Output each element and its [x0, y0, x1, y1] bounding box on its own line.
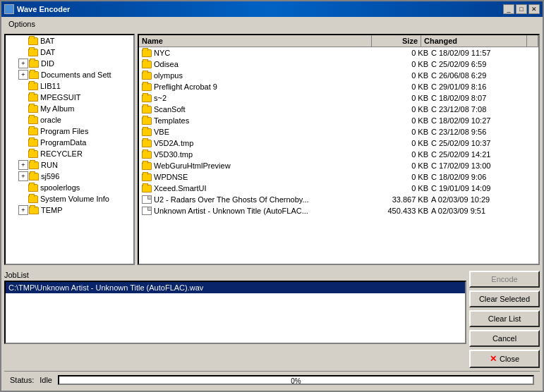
tree-item-did[interactable]: +DID [6, 58, 133, 69]
file-list-panel: Name Size Changed NYC0 KBC 18/02/09 11:5… [138, 34, 540, 265]
menu-options[interactable]: Options [4, 19, 40, 29]
file-row[interactable]: V5D30.tmp0 KBC 25/02/09 14:21 [139, 149, 538, 160]
maximize-button[interactable]: □ [516, 4, 527, 14]
expand-icon[interactable]: + [18, 70, 28, 80]
folder-icon [142, 117, 152, 125]
main-window: Wave Encoder _ □ ✕ Options BATDAT+DID+Do… [0, 0, 544, 392]
file-changed: C 18/02/09 9:06 [431, 173, 537, 181]
folder-icon [28, 82, 38, 90]
file-changed: C 23/12/08 7:08 [431, 105, 537, 114]
encode-button[interactable]: Encode [469, 271, 540, 288]
folder-icon [142, 49, 152, 57]
folder-icon [29, 71, 39, 79]
file-row[interactable]: NYC0 KBC 18/02/09 11:57 [139, 47, 538, 59]
folder-icon [142, 94, 152, 102]
tree-item-bat[interactable]: BAT [6, 35, 133, 47]
file-name: WebGuruHtmlPreview [154, 161, 382, 170]
file-size: 450.433 KB [382, 207, 431, 215]
file-scroll-area[interactable]: NYC0 KBC 18/02/09 11:57Odisea0 KBC 25/02… [139, 47, 538, 264]
joblist-item[interactable]: C:\TMP\Unknown Artist - Unknown Title (A… [6, 282, 465, 293]
joblist-panel: JobList C:\TMP\Unknown Artist - Unknown … [4, 271, 466, 368]
expand-icon[interactable]: + [18, 160, 28, 170]
header-name[interactable]: Name [139, 35, 372, 47]
folder-icon [142, 106, 152, 114]
file-icon [142, 207, 152, 215]
tree-item-dat[interactable]: DAT [6, 47, 133, 58]
tree-item-programdata[interactable]: ProgramData [6, 137, 133, 148]
tree-item-lib11[interactable]: LIB11 [6, 80, 133, 92]
file-size: 0 KB [382, 71, 431, 80]
tree-item-myalbum[interactable]: My Album [6, 103, 133, 114]
file-row[interactable]: Odisea0 KBC 25/02/09 6:59 [139, 59, 538, 70]
clear-list-button[interactable]: Clear List [469, 310, 540, 327]
tree-item-sj596[interactable]: +sj596 [6, 171, 133, 182]
file-row[interactable]: U2 - Radars Over The Ghosts Of Chernoby.… [139, 194, 538, 205]
file-row[interactable]: VBE0 KBC 23/12/08 9:56 [139, 126, 538, 137]
minimize-button[interactable]: _ [503, 4, 514, 14]
file-name: V5D30.tmp [154, 150, 382, 159]
expand-icon[interactable]: + [18, 59, 28, 68]
tree-item-recycler[interactable]: RECYCLER [6, 148, 133, 159]
status-bar: Status: Idle 0% [4, 371, 540, 388]
tree-item-temp[interactable]: +TEMP [6, 204, 133, 216]
file-changed: C 17/02/09 13:00 [431, 161, 537, 170]
file-size: 0 KB [382, 173, 431, 181]
clear-selected-button[interactable]: Clear Selected [469, 290, 540, 307]
folder-icon [28, 37, 38, 45]
tree-item-spoolerlogs[interactable]: spoolerlogs [6, 182, 133, 193]
status-text: Idle [40, 376, 52, 384]
folder-icon [142, 162, 152, 170]
expand-icon[interactable]: + [18, 171, 28, 181]
file-row[interactable]: Templates0 KBC 18/02/09 10:27 [139, 115, 538, 126]
file-row[interactable]: WPDNSE0 KBC 18/02/09 9:06 [139, 171, 538, 183]
file-changed: A 02/03/09 10:29 [431, 195, 537, 204]
tree-item-label: MPEGSUIT [40, 93, 80, 102]
file-row[interactable]: olympus0 KBC 26/06/08 6:29 [139, 70, 538, 81]
tree-scroll-area[interactable]: BATDAT+DID+Documents and SettLIB11MPEGSU… [6, 35, 133, 264]
file-row[interactable]: Preflight Acrobat 90 KBC 29/01/09 8:16 [139, 81, 538, 92]
folder-icon [29, 60, 39, 68]
cancel-button[interactable]: Cancel [469, 330, 540, 347]
folder-icon [142, 83, 152, 91]
tree-item-run[interactable]: +RUN [6, 159, 133, 171]
file-name: s~2 [154, 94, 382, 102]
bottom-section: JobList C:\TMP\Unknown Artist - Unknown … [1, 268, 543, 391]
main-content: BATDAT+DID+Documents and SettLIB11MPEGSU… [1, 31, 543, 268]
file-name: Templates [154, 116, 382, 125]
file-row[interactable]: ScanSoft0 KBC 23/12/08 7:08 [139, 104, 538, 115]
close-button[interactable]: ✕ Close [469, 350, 540, 368]
file-row[interactable]: Xceed.SmartUI0 KBC 19/01/09 14:09 [139, 183, 538, 194]
close-button[interactable]: ✕ [528, 4, 540, 14]
file-size: 0 KB [382, 128, 431, 136]
file-size: 0 KB [382, 94, 431, 102]
tree-item-oracle[interactable]: oracle [6, 114, 133, 125]
file-name: Preflight Acrobat 9 [154, 82, 382, 91]
file-size: 0 KB [382, 60, 431, 68]
joblist-box[interactable]: C:\TMP\Unknown Artist - Unknown Title (A… [4, 281, 466, 344]
tree-item-mpegsuit[interactable]: MPEGSUIT [6, 92, 133, 103]
tree-item-systemvolume[interactable]: System Volume Info [6, 193, 133, 204]
file-size: 33.867 KB [382, 195, 431, 204]
folder-icon [28, 184, 38, 192]
expand-icon[interactable]: + [18, 205, 28, 215]
folder-icon [28, 116, 38, 124]
folder-icon [28, 94, 38, 102]
close-x-icon: ✕ [490, 354, 497, 364]
file-row[interactable]: Unknown Artist - Unknown Title (AutoFLAC… [139, 205, 538, 216]
file-row[interactable]: WebGuruHtmlPreview0 KBC 17/02/09 13:00 [139, 160, 538, 171]
file-list-header: Name Size Changed [139, 35, 538, 47]
header-size[interactable]: Size [372, 35, 421, 47]
folder-icon [28, 139, 38, 147]
folder-icon [29, 173, 39, 180]
tree-item-documents[interactable]: +Documents and Sett [6, 69, 133, 80]
file-row[interactable]: s~20 KBC 18/02/09 8:07 [139, 92, 538, 104]
header-changed[interactable]: Changed [421, 35, 527, 47]
file-changed: C 19/01/09 14:09 [431, 184, 537, 192]
file-row[interactable]: V5D2A.tmp0 KBC 25/02/09 10:37 [139, 137, 538, 149]
folder-icon [142, 61, 152, 68]
action-buttons: Encode Clear Selected Clear List Cancel … [469, 271, 540, 368]
file-size: 0 KB [382, 150, 431, 159]
folder-icon [28, 195, 38, 203]
folder-icon [142, 140, 152, 147]
tree-item-programfiles[interactable]: Program Files [6, 125, 133, 137]
